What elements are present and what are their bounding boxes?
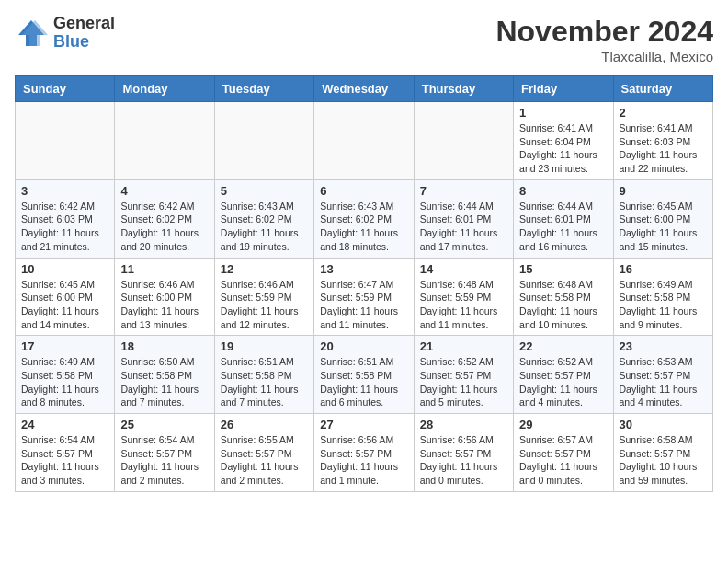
day-info: Sunrise: 6:51 AM Sunset: 5:58 PM Dayligh… [320, 355, 407, 409]
calendar-week-row: 3Sunrise: 6:42 AM Sunset: 6:03 PM Daylig… [16, 179, 713, 258]
calendar-cell: 8Sunrise: 6:44 AM Sunset: 6:01 PM Daylig… [514, 179, 613, 258]
day-info: Sunrise: 6:50 AM Sunset: 5:58 PM Dayligh… [120, 355, 208, 409]
calendar-cell [16, 102, 115, 180]
calendar-cell: 20Sunrise: 6:51 AM Sunset: 5:58 PM Dayli… [314, 336, 414, 414]
day-number: 12 [221, 262, 308, 276]
calendar-week-row: 24Sunrise: 6:54 AM Sunset: 5:57 PM Dayli… [16, 414, 713, 492]
day-number: 9 [620, 184, 707, 198]
day-number: 16 [620, 262, 707, 276]
calendar-cell [115, 102, 214, 180]
day-info: Sunrise: 6:48 AM Sunset: 5:58 PM Dayligh… [519, 278, 607, 332]
day-number: 3 [21, 184, 108, 198]
day-info: Sunrise: 6:54 AM Sunset: 5:57 PM Dayligh… [21, 433, 108, 488]
day-number: 21 [420, 339, 507, 353]
location: Tlaxcalilla, Mexico [495, 49, 713, 64]
day-number: 19 [221, 339, 308, 353]
day-info: Sunrise: 6:41 AM Sunset: 6:03 PM Dayligh… [620, 121, 707, 176]
day-info: Sunrise: 6:49 AM Sunset: 5:58 PM Dayligh… [21, 355, 108, 409]
day-info: Sunrise: 6:52 AM Sunset: 5:57 PM Dayligh… [519, 355, 607, 409]
day-number: 4 [120, 184, 208, 198]
calendar-cell [214, 102, 313, 180]
day-info: Sunrise: 6:56 AM Sunset: 5:57 PM Dayligh… [320, 433, 407, 488]
day-info: Sunrise: 6:46 AM Sunset: 6:00 PM Dayligh… [120, 278, 208, 332]
calendar-day-header: Sunday [16, 76, 115, 102]
day-info: Sunrise: 6:45 AM Sunset: 6:00 PM Dayligh… [620, 200, 707, 254]
day-number: 7 [420, 184, 507, 198]
logo-general: General [53, 14, 115, 32]
day-info: Sunrise: 6:54 AM Sunset: 5:57 PM Dayligh… [120, 433, 208, 488]
day-number: 22 [519, 339, 607, 353]
calendar-week-row: 1Sunrise: 6:41 AM Sunset: 6:04 PM Daylig… [16, 102, 713, 180]
day-info: Sunrise: 6:43 AM Sunset: 6:02 PM Dayligh… [320, 200, 407, 254]
calendar-cell: 23Sunrise: 6:53 AM Sunset: 5:57 PM Dayli… [613, 336, 712, 414]
calendar-cell: 9Sunrise: 6:45 AM Sunset: 6:00 PM Daylig… [613, 179, 712, 258]
calendar-cell: 18Sunrise: 6:50 AM Sunset: 5:58 PM Dayli… [115, 336, 214, 414]
day-number: 2 [620, 106, 707, 120]
calendar-cell: 27Sunrise: 6:56 AM Sunset: 5:57 PM Dayli… [314, 414, 414, 492]
day-number: 15 [519, 262, 607, 276]
day-number: 24 [21, 418, 108, 431]
calendar-cell: 3Sunrise: 6:42 AM Sunset: 6:03 PM Daylig… [16, 179, 115, 258]
calendar-cell: 19Sunrise: 6:51 AM Sunset: 5:58 PM Dayli… [214, 336, 313, 414]
calendar-cell: 22Sunrise: 6:52 AM Sunset: 5:57 PM Dayli… [514, 336, 613, 414]
day-info: Sunrise: 6:49 AM Sunset: 5:58 PM Dayligh… [620, 278, 707, 332]
day-number: 6 [320, 184, 407, 198]
day-info: Sunrise: 6:56 AM Sunset: 5:57 PM Dayligh… [420, 433, 507, 488]
day-number: 26 [221, 418, 308, 431]
day-number: 8 [519, 184, 607, 198]
day-number: 1 [519, 106, 607, 120]
calendar-cell: 29Sunrise: 6:57 AM Sunset: 5:57 PM Dayli… [514, 414, 613, 492]
calendar-cell: 11Sunrise: 6:46 AM Sunset: 6:00 PM Dayli… [115, 258, 214, 336]
day-info: Sunrise: 6:53 AM Sunset: 5:57 PM Dayligh… [620, 355, 707, 409]
day-number: 25 [120, 418, 208, 431]
calendar-cell: 2Sunrise: 6:41 AM Sunset: 6:03 PM Daylig… [613, 102, 712, 180]
page-header: General Blue November 2024 Tlaxcalilla, … [15, 15, 713, 64]
calendar-header-row: SundayMondayTuesdayWednesdayThursdayFrid… [16, 76, 713, 102]
day-info: Sunrise: 6:57 AM Sunset: 5:57 PM Dayligh… [519, 433, 607, 488]
calendar-cell: 25Sunrise: 6:54 AM Sunset: 5:57 PM Dayli… [115, 414, 214, 492]
day-number: 10 [21, 262, 108, 276]
day-number: 29 [519, 418, 607, 431]
calendar-cell: 1Sunrise: 6:41 AM Sunset: 6:04 PM Daylig… [514, 102, 613, 180]
day-info: Sunrise: 6:44 AM Sunset: 6:01 PM Dayligh… [420, 200, 507, 254]
calendar-day-header: Monday [115, 76, 214, 102]
month-title: November 2024 [495, 15, 713, 49]
day-number: 20 [320, 339, 407, 353]
calendar-cell: 21Sunrise: 6:52 AM Sunset: 5:57 PM Dayli… [414, 336, 513, 414]
calendar: SundayMondayTuesdayWednesdayThursdayFrid… [15, 75, 713, 492]
day-info: Sunrise: 6:44 AM Sunset: 6:01 PM Dayligh… [519, 200, 607, 254]
calendar-cell: 6Sunrise: 6:43 AM Sunset: 6:02 PM Daylig… [314, 179, 414, 258]
calendar-cell: 30Sunrise: 6:58 AM Sunset: 5:57 PM Dayli… [613, 414, 712, 492]
calendar-cell: 26Sunrise: 6:55 AM Sunset: 5:57 PM Dayli… [214, 414, 313, 492]
calendar-cell: 10Sunrise: 6:45 AM Sunset: 6:00 PM Dayli… [16, 258, 115, 336]
day-info: Sunrise: 6:48 AM Sunset: 5:59 PM Dayligh… [420, 278, 507, 332]
day-info: Sunrise: 6:45 AM Sunset: 6:00 PM Dayligh… [21, 278, 108, 332]
day-info: Sunrise: 6:58 AM Sunset: 5:57 PM Dayligh… [620, 433, 707, 488]
calendar-cell [314, 102, 414, 180]
calendar-cell: 12Sunrise: 6:46 AM Sunset: 5:59 PM Dayli… [214, 258, 313, 336]
day-info: Sunrise: 6:42 AM Sunset: 6:03 PM Dayligh… [21, 200, 108, 254]
calendar-cell: 28Sunrise: 6:56 AM Sunset: 5:57 PM Dayli… [414, 414, 513, 492]
calendar-day-header: Saturday [613, 76, 712, 102]
day-number: 17 [21, 339, 108, 353]
calendar-day-header: Wednesday [314, 76, 414, 102]
calendar-cell: 5Sunrise: 6:43 AM Sunset: 6:02 PM Daylig… [214, 179, 313, 258]
title-block: November 2024 Tlaxcalilla, Mexico [495, 15, 713, 64]
day-info: Sunrise: 6:42 AM Sunset: 6:02 PM Dayligh… [120, 200, 208, 254]
calendar-cell: 14Sunrise: 6:48 AM Sunset: 5:59 PM Dayli… [414, 258, 513, 336]
day-number: 30 [620, 418, 707, 431]
day-info: Sunrise: 6:51 AM Sunset: 5:58 PM Dayligh… [221, 355, 308, 409]
day-number: 14 [420, 262, 507, 276]
calendar-cell: 24Sunrise: 6:54 AM Sunset: 5:57 PM Dayli… [16, 414, 115, 492]
calendar-cell: 7Sunrise: 6:44 AM Sunset: 6:01 PM Daylig… [414, 179, 513, 258]
calendar-cell: 15Sunrise: 6:48 AM Sunset: 5:58 PM Dayli… [514, 258, 613, 336]
calendar-day-header: Thursday [414, 76, 513, 102]
calendar-day-header: Tuesday [214, 76, 313, 102]
logo: General Blue [15, 15, 115, 52]
calendar-cell: 16Sunrise: 6:49 AM Sunset: 5:58 PM Dayli… [613, 258, 712, 336]
day-info: Sunrise: 6:41 AM Sunset: 6:04 PM Dayligh… [519, 121, 607, 176]
calendar-cell [414, 102, 513, 180]
day-info: Sunrise: 6:43 AM Sunset: 6:02 PM Dayligh… [221, 200, 308, 254]
calendar-cell: 4Sunrise: 6:42 AM Sunset: 6:02 PM Daylig… [115, 179, 214, 258]
day-info: Sunrise: 6:55 AM Sunset: 5:57 PM Dayligh… [221, 433, 308, 488]
